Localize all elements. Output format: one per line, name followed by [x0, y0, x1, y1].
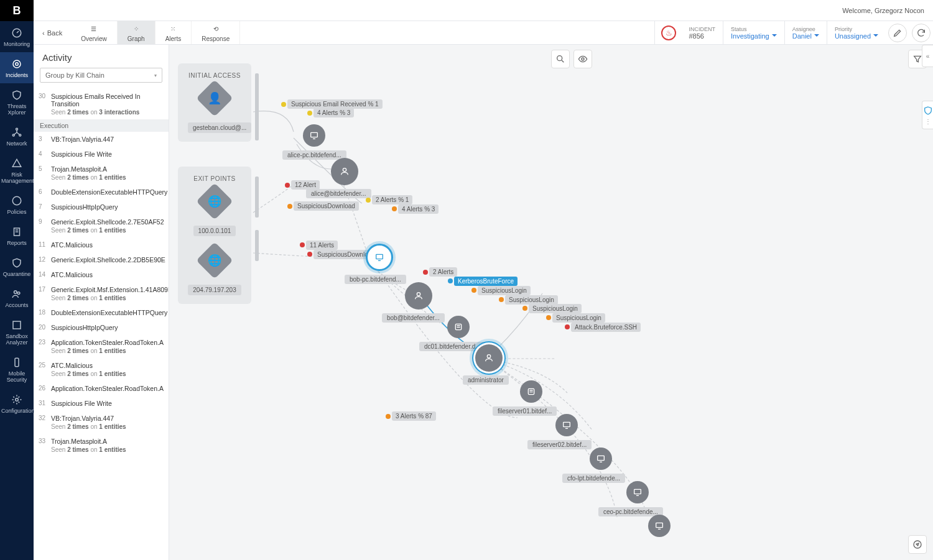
activity-item[interactable]: 7SuspiciousHttpIpQuery: [34, 200, 169, 214]
alert-tag[interactable]: SuspiciousLogin: [552, 313, 605, 323]
alert-tag[interactable]: 11 Alerts: [306, 241, 338, 250]
right-flag-button[interactable]: ⋮: [922, 101, 933, 129]
alert-dot[interactable]: [423, 270, 428, 275]
nav-policies[interactable]: Policies: [0, 189, 34, 220]
alert-tag[interactable]: SuspiciousDownload: [294, 201, 359, 211]
nav-reports[interactable]: Reports: [0, 220, 34, 251]
incident-meta: ♨ INCIDENT #856 Status Investigating Ass…: [654, 21, 933, 44]
alert-tag[interactable]: 4 Alerts % 3: [398, 204, 439, 214]
activity-title-text: SuspiciousHttpIpQuery: [51, 324, 162, 331]
nav-network[interactable]: Network: [0, 121, 34, 152]
globe-icon[interactable]: 🌐: [196, 183, 233, 219]
logo[interactable]: B: [0, 0, 34, 21]
tab-overview[interactable]: ☰Overview: [71, 21, 118, 44]
alert-tag[interactable]: 12 Alert: [291, 180, 320, 190]
alert-tag[interactable]: Suspicious Email Received % 1: [287, 99, 383, 109]
alert-dot[interactable]: [300, 242, 305, 247]
back-button[interactable]: ‹Back: [34, 29, 71, 37]
alert-dot[interactable]: [285, 183, 290, 188]
overview-icon: ☰: [81, 25, 107, 34]
tab-alerts[interactable]: ⁙Alerts: [156, 21, 192, 44]
nav-config[interactable]: Configuration: [0, 388, 34, 419]
nav-monitoring[interactable]: Monitoring: [0, 21, 34, 52]
alert-tag[interactable]: 4 Alerts % 3: [313, 108, 354, 117]
alert-tag[interactable]: SuspiciousLogin: [478, 286, 531, 295]
alert-tag[interactable]: 3 Alerts % 87: [392, 411, 436, 421]
alert-tag[interactable]: 2 Alerts % 1: [372, 195, 412, 204]
alert-dot[interactable]: [307, 111, 312, 116]
activity-item[interactable]: 25ATC.MaliciousSeen 2 times on 1 entitie…: [34, 358, 169, 381]
refresh-button[interactable]: [912, 24, 931, 42]
nav-quarantine[interactable]: Quarantine: [0, 251, 34, 282]
graph-canvas[interactable]: « ⋮ INITIAL ACCESS 👤 gesteban.cloud@... …: [169, 45, 933, 560]
alert-dot[interactable]: [448, 278, 453, 283]
node-cfo[interactable]: cfo-lpt.bitdefende...: [576, 448, 625, 483]
priority-dropdown[interactable]: Unassigned: [835, 32, 878, 40]
activity-title-text: ATC.Malicious: [51, 362, 162, 369]
user-shield-icon[interactable]: 👤: [196, 80, 233, 116]
activity-item[interactable]: 4Suspicious File Write: [34, 147, 169, 162]
activity-item[interactable]: 33Trojan.Metasploit.ASeen 2 times on 1 e…: [34, 434, 169, 457]
alert-tag[interactable]: SuspiciousLogin: [505, 295, 558, 305]
alert-dot[interactable]: [546, 315, 551, 320]
assignee-dropdown[interactable]: Daniel: [792, 32, 819, 40]
node-alice-pc[interactable]: alice-pc.bitdefend...: [282, 124, 346, 160]
alert-dot[interactable]: [565, 324, 570, 329]
nav-mobile[interactable]: Mobile Security: [0, 351, 34, 388]
alert-dot[interactable]: [471, 288, 476, 293]
compass-button[interactable]: [908, 535, 927, 554]
node-ceo[interactable]: ceo-pc.bitdefende...: [612, 481, 663, 516]
alert-tag[interactable]: Attack.Bruteforce.SSH: [571, 323, 641, 332]
alert-dot[interactable]: [386, 414, 391, 419]
node-admin[interactable]: administrator: [469, 344, 509, 385]
activity-item[interactable]: 31Suspicious File Write: [34, 396, 169, 411]
tab-graph[interactable]: ⁘Graph: [118, 21, 156, 44]
node-fileserver02[interactable]: fileserver02.bitdef...: [541, 414, 592, 449]
globe-icon[interactable]: 🌐: [196, 242, 233, 278]
activity-item[interactable]: 30Suspicious Emails Received In Transiti…: [34, 89, 169, 119]
nav-incidents[interactable]: Incidents: [0, 52, 34, 83]
node-extra[interactable]: [648, 515, 671, 537]
alert-tag[interactable]: SuspiciousLogin: [529, 304, 582, 313]
edit-button[interactable]: [888, 24, 907, 42]
alert-dot[interactable]: [287, 204, 292, 209]
activity-item[interactable]: 9Generic.Exploit.Shellcode.2.7E50AF52See…: [34, 214, 169, 237]
activity-item[interactable]: 11ATC.Malicious: [34, 237, 169, 252]
status-dropdown[interactable]: Investigating: [731, 32, 777, 40]
activity-item[interactable]: 23Application.TokenStealer.RoadToken.ASe…: [34, 335, 169, 358]
tab-response[interactable]: ⟲Response: [192, 21, 240, 44]
alert-tag[interactable]: 2 Alerts: [429, 267, 457, 277]
node-fileserver01[interactable]: fileserver01.bitdef...: [505, 380, 557, 416]
collapse-right-button[interactable]: «: [922, 45, 933, 67]
chevron-down-icon: [772, 34, 777, 39]
alert-dot[interactable]: [499, 297, 504, 302]
alert-tag-selected[interactable]: KerberosBruteForce: [454, 277, 518, 286]
nav-sandbox[interactable]: Sandbox Analyzer: [0, 313, 34, 351]
activity-item[interactable]: 32VB:Trojan.Valyria.447Seen 2 times on 1…: [34, 411, 169, 434]
alert-dot[interactable]: [307, 252, 312, 257]
alert-dot[interactable]: [522, 306, 527, 311]
nav-threats[interactable]: Threats Xplorer: [0, 83, 34, 121]
activity-item[interactable]: 5Trojan.Metasploit.ASeen 2 times on 1 en…: [34, 162, 169, 185]
svg-point-3: [16, 128, 18, 130]
group-by-select[interactable]: Group by Kill Chain▾: [40, 68, 162, 83]
activity-item[interactable]: 3VB:Trojan.Valyria.447: [34, 132, 169, 147]
node-alice[interactable]: alice@bitdefender...: [318, 158, 371, 198]
activity-item[interactable]: 17Generic.Exploit.Msf.Extension.1.41A809…: [34, 282, 169, 305]
nav-accounts[interactable]: Accounts: [0, 282, 34, 313]
eye-button[interactable]: [573, 50, 592, 68]
nav-risk[interactable]: Risk Management: [0, 152, 34, 189]
search-button[interactable]: [551, 50, 570, 68]
activity-item[interactable]: 14ATC.Malicious: [34, 267, 169, 282]
activity-item[interactable]: 20SuspiciousHttpIpQuery: [34, 320, 169, 335]
node-bob-pc[interactable]: bob-pc.bitdefend...: [353, 244, 406, 284]
activity-item[interactable]: 18DoubleExtensionExecutableHTTPQuery: [34, 305, 169, 320]
alert-dot[interactable]: [392, 206, 397, 211]
alert-dot[interactable]: [366, 198, 371, 203]
activity-item[interactable]: 6DoubleExtensionExecutableHTTPQuery: [34, 185, 169, 200]
svg-point-6: [12, 196, 21, 205]
alert-dot[interactable]: [281, 102, 286, 107]
activity-item[interactable]: 26Application.TokenStealer.RoadToken.A: [34, 381, 169, 396]
phase-exit-points: EXIT POINTS 🌐 100.0.0.101 🌐 204.79.197.2…: [178, 167, 251, 304]
activity-item[interactable]: 12Generic.Exploit.Shellcode.2.2DB5E90E: [34, 252, 169, 267]
